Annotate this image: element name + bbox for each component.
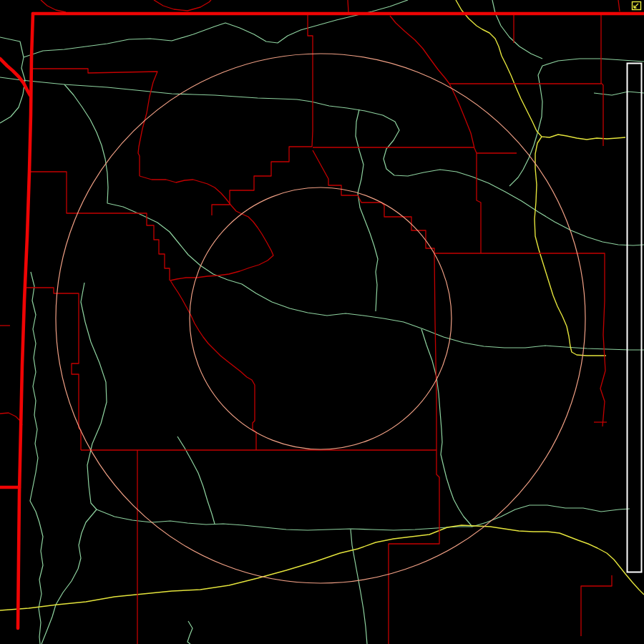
range-ring-50nmi [190,187,452,449]
river-lines [0,0,644,644]
range-ring-100nmi [56,54,585,583]
state-borders [0,14,644,628]
range-rings [56,54,585,583]
county-borders [0,0,620,644]
color-scale-border [628,64,642,572]
export-arrow-icon[interactable] [633,2,641,10]
radar-map [0,0,644,644]
header [633,2,641,10]
road-lines [0,0,644,610]
echo-tops-color-scale [628,64,642,572]
radar-display [0,0,644,644]
